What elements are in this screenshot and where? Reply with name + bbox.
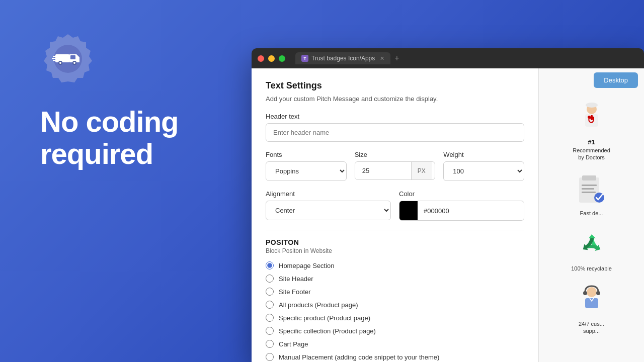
header-text-input[interactable] bbox=[266, 123, 524, 142]
support-icon bbox=[574, 282, 609, 317]
minimize-button[interactable] bbox=[268, 55, 275, 62]
alignment-select[interactable]: Center Left Right bbox=[266, 201, 391, 220]
position-title: POSITON bbox=[266, 238, 524, 246]
radio-manual-input[interactable] bbox=[266, 353, 274, 361]
radio-site-header[interactable]: Site Header bbox=[266, 275, 524, 283]
radio-manual[interactable]: Manual Placement (adding code snippet to… bbox=[266, 353, 524, 361]
preview-badge-fast-delivery: Fast de... bbox=[547, 171, 636, 217]
doctor-icon bbox=[574, 100, 609, 135]
radio-cart-page-label: Cart Page bbox=[279, 340, 308, 348]
radio-cart-page-input[interactable] bbox=[266, 340, 274, 348]
browser-content: Text Settings Add your custom Pitch Mess… bbox=[252, 68, 644, 362]
radio-homepage[interactable]: Homepage Section bbox=[266, 261, 524, 269]
preview-badge-support: 24/7 cus...supp... bbox=[547, 282, 636, 335]
settings-panel: Text Settings Add your custom Pitch Mess… bbox=[252, 68, 538, 362]
settings-title: Text Settings bbox=[266, 80, 524, 91]
radio-site-footer-input[interactable] bbox=[266, 288, 274, 296]
color-col: Color bbox=[399, 190, 524, 221]
preview-header: Desktop bbox=[539, 68, 644, 92]
radio-site-footer-label: Site Footer bbox=[279, 288, 311, 296]
left-panel: No coding required bbox=[0, 0, 247, 362]
radio-cart-page[interactable]: Cart Page bbox=[266, 340, 524, 348]
settings-subtitle: Add your custom Pitch Message and custom… bbox=[266, 95, 524, 103]
weight-label: Weight bbox=[443, 151, 524, 158]
recyclable-icon bbox=[574, 227, 609, 262]
preview-badge-doctor: #1 Recommendedby Doctors bbox=[547, 100, 636, 161]
position-section: POSITON Block Positon in Website Homepag… bbox=[266, 238, 524, 361]
color-label: Color bbox=[399, 190, 524, 198]
browser-window: T Trust badges Icon/Apps ✕ + Text Settin… bbox=[252, 48, 644, 362]
radio-all-products-label: All products (Product page) bbox=[279, 301, 358, 309]
new-tab-button[interactable]: + bbox=[392, 54, 401, 63]
color-swatch[interactable] bbox=[399, 201, 418, 220]
svg-rect-23 bbox=[582, 192, 596, 193]
hero-text: No coding required bbox=[40, 106, 179, 170]
radio-manual-label: Manual Placement (adding code snippet to… bbox=[279, 353, 439, 361]
position-radio-group: Homepage Section Site Header Site Footer… bbox=[266, 261, 524, 361]
radio-homepage-label: Homepage Section bbox=[279, 262, 335, 269]
active-tab[interactable]: T Trust badges Icon/Apps ✕ bbox=[295, 52, 390, 64]
svg-point-8 bbox=[73, 62, 75, 64]
radio-specific-collection[interactable]: Specific collection (Product page) bbox=[266, 327, 524, 335]
svg-rect-20 bbox=[582, 175, 596, 180]
weight-col: Weight 100 200 400 700 bbox=[443, 151, 524, 181]
size-unit: PX bbox=[411, 162, 432, 179]
preview-content: #1 Recommendedby Doctors bbox=[539, 92, 644, 342]
tab-close-icon[interactable]: ✕ bbox=[380, 55, 384, 62]
radio-site-footer[interactable]: Site Footer bbox=[266, 288, 524, 296]
maximize-button[interactable] bbox=[279, 55, 285, 62]
svg-rect-28 bbox=[585, 298, 598, 308]
preview-panel: Desktop bbox=[538, 68, 644, 362]
position-subtitle: Block Positon in Website bbox=[266, 247, 524, 254]
browser-titlebar: T Trust badges Icon/Apps ✕ + bbox=[252, 48, 644, 68]
svg-rect-18 bbox=[589, 117, 594, 119]
svg-point-6 bbox=[59, 62, 61, 64]
svg-rect-21 bbox=[582, 185, 597, 186]
radio-all-products[interactable]: All products (Product page) bbox=[266, 301, 524, 309]
radio-all-products-input[interactable] bbox=[266, 301, 274, 309]
badge-logo-icon bbox=[40, 30, 96, 85]
divider bbox=[266, 230, 524, 230]
radio-specific-collection-label: Specific collection (Product page) bbox=[279, 327, 376, 335]
size-input-group: PX bbox=[355, 161, 436, 180]
alignment-col: Alignment Center Left Right bbox=[266, 190, 391, 221]
doctor-badge-number: #1 bbox=[588, 138, 595, 146]
desktop-button[interactable]: Desktop bbox=[594, 72, 638, 88]
fonts-size-weight-row: Fonts Poppins Size PX Weight 100 bbox=[266, 151, 524, 181]
header-text-label: Header text bbox=[266, 113, 524, 120]
radio-specific-product[interactable]: Specific product (Product page) bbox=[266, 314, 524, 322]
svg-rect-22 bbox=[582, 188, 594, 190]
tab-title: Trust badges Icon/Apps bbox=[311, 55, 375, 62]
header-text-section: Header text bbox=[266, 113, 524, 142]
alignment-color-row: Alignment Center Left Right Color bbox=[266, 190, 524, 221]
svg-point-25 bbox=[587, 287, 597, 297]
fast-delivery-text: Fast de... bbox=[580, 210, 603, 217]
fast-delivery-icon bbox=[574, 171, 609, 207]
svg-rect-2 bbox=[55, 54, 69, 62]
radio-specific-product-label: Specific product (Product page) bbox=[279, 314, 370, 322]
size-label: Size bbox=[355, 151, 436, 158]
weight-select[interactable]: 100 200 400 700 bbox=[443, 161, 524, 181]
radio-homepage-input[interactable] bbox=[266, 261, 274, 269]
preview-badge-recyclable: 100% recyclable bbox=[547, 227, 636, 272]
alignment-label: Alignment bbox=[266, 190, 391, 198]
color-input[interactable] bbox=[418, 202, 524, 220]
close-button[interactable] bbox=[258, 55, 264, 62]
size-input[interactable] bbox=[355, 162, 411, 179]
radio-site-header-label: Site Header bbox=[279, 275, 313, 283]
fonts-col: Fonts Poppins bbox=[266, 151, 347, 181]
svg-point-27 bbox=[596, 291, 600, 295]
fonts-label: Fonts bbox=[266, 151, 347, 158]
support-text: 24/7 cus...supp... bbox=[579, 320, 604, 335]
radio-specific-collection-input[interactable] bbox=[266, 327, 274, 335]
svg-rect-14 bbox=[589, 104, 595, 107]
radio-site-header-input[interactable] bbox=[266, 275, 274, 283]
app-icon: T bbox=[301, 55, 308, 62]
doctor-badge-text: Recommendedby Doctors bbox=[573, 147, 610, 161]
recyclable-text: 100% recyclable bbox=[571, 265, 612, 272]
fonts-select[interactable]: Poppins bbox=[266, 161, 347, 181]
svg-rect-4 bbox=[70, 55, 75, 59]
tab-area: T Trust badges Icon/Apps ✕ + bbox=[295, 52, 401, 64]
radio-specific-product-input[interactable] bbox=[266, 314, 274, 322]
size-col: Size PX bbox=[355, 151, 436, 181]
